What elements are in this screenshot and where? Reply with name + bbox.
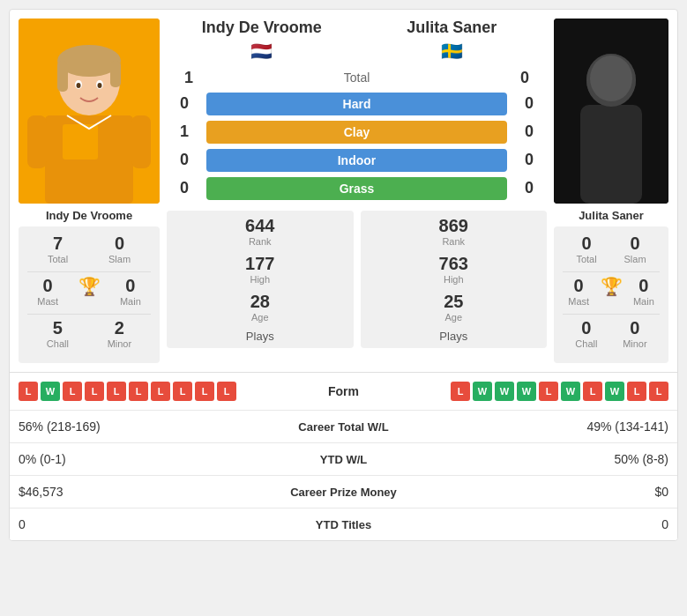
surface-left-indoor: 0: [171, 151, 198, 169]
career-stat-row: $46,573 Career Prize Money $0: [10, 475, 677, 508]
right-name-header: Julita Saner: [357, 19, 548, 38]
right-main-stat: 0 Main: [633, 276, 654, 307]
left-age-detail: 28 Age: [171, 292, 349, 323]
form-badge-right: W: [605, 382, 624, 401]
form-badge-left: L: [85, 382, 104, 401]
form-badge-right: L: [451, 382, 470, 401]
form-left: LWLLLLLLLL: [19, 382, 291, 401]
form-badge-left: L: [19, 382, 38, 401]
career-stat-row: 0% (0-1) YTD W/L 50% (8-8): [10, 442, 677, 475]
surface-left-grass: 0: [171, 179, 198, 197]
form-badge-left: L: [173, 382, 192, 401]
form-badge-left: L: [63, 382, 82, 401]
form-badge-right: W: [495, 382, 514, 401]
form-badge-right: W: [473, 382, 492, 401]
left-minor-stat: 2 Minor: [108, 318, 132, 349]
career-stat-label: YTD W/L: [265, 453, 423, 466]
svg-rect-11: [27, 115, 47, 168]
surface-right-indoor: 0: [516, 151, 542, 169]
total-label: Total: [202, 71, 512, 85]
form-badge-left: L: [217, 382, 236, 401]
svg-rect-15: [580, 105, 642, 204]
svg-rect-6: [110, 61, 121, 87]
career-stat-label: YTD Titles: [265, 518, 423, 531]
career-stat-label: Career Total W/L: [265, 420, 423, 434]
right-slam-stat: 0 Slam: [624, 234, 646, 264]
surface-left-hard: 0: [171, 94, 198, 113]
surface-row-clay: 1 Clay 0: [167, 121, 547, 144]
left-main-stat: 0 Main: [120, 276, 141, 307]
left-flag: 🇳🇱: [167, 41, 357, 62]
total-right-score: 0: [512, 69, 538, 87]
career-stat-right: 50% (8-8): [423, 452, 669, 466]
surface-left-clay: 1: [171, 122, 198, 141]
svg-point-9: [77, 83, 81, 88]
right-stats-panel: 0 Total 0 Slam 0 Mast 🏆: [554, 226, 668, 363]
career-stat-row: 56% (218-169) Career Total W/L 49% (134-…: [10, 410, 677, 442]
form-badge-right: W: [517, 382, 536, 401]
svg-rect-12: [131, 115, 151, 168]
right-chall-stat: 0 Chall: [575, 318, 597, 349]
career-stat-row: 0 YTD Titles 0: [10, 508, 677, 540]
left-player-photo: [19, 19, 160, 204]
right-player-area: Julita Saner 0 Total 0 Slam: [554, 19, 668, 363]
surface-right-hard: 0: [516, 94, 542, 113]
right-minor-stat: 0 Minor: [623, 318, 647, 349]
svg-rect-5: [57, 61, 68, 92]
surface-badge-hard: Hard: [206, 93, 507, 115]
right-mast-stat: 0 Mast: [568, 276, 589, 307]
surface-row-grass: 0 Grass 0: [167, 177, 547, 200]
form-badge-left: L: [151, 382, 170, 401]
left-player-area: Indy De Vroome 7 Total 0 Slam: [19, 19, 160, 363]
career-stat-left: 0: [19, 517, 265, 531]
left-chall-stat: 5 Chall: [47, 318, 69, 349]
right-total-stat: 0 Total: [576, 234, 596, 264]
surface-badge-grass: Grass: [206, 177, 507, 200]
form-badge-right: L: [649, 382, 668, 401]
right-plays-label: Plays: [365, 330, 543, 343]
form-badge-right: L: [583, 382, 602, 401]
right-age-detail: 25 Age: [365, 292, 543, 323]
right-player-name: Julita Saner: [579, 209, 644, 222]
left-plays-label: Plays: [171, 330, 349, 343]
career-stat-left: 56% (218-169): [19, 419, 265, 434]
form-badge-left: L: [107, 382, 126, 401]
left-high-detail: 177 High: [171, 254, 349, 285]
total-row: 1 Total 0: [167, 67, 547, 89]
svg-rect-2: [63, 124, 98, 160]
left-name-header: Indy De Vroome: [167, 19, 357, 38]
svg-point-17: [590, 56, 632, 101]
left-total-stat: 7 Total: [48, 234, 68, 264]
career-stat-right: 49% (134-141): [423, 419, 669, 434]
surface-badge-indoor: Indoor: [206, 149, 507, 172]
svg-point-10: [98, 83, 102, 88]
career-stats: 56% (218-169) Career Total W/L 49% (134-…: [10, 410, 677, 540]
right-trophy-icon: 🏆: [601, 276, 623, 307]
form-badge-left: L: [195, 382, 214, 401]
form-badge-left: L: [129, 382, 148, 401]
career-stat-label: Career Prize Money: [265, 486, 423, 499]
form-badge-right: L: [627, 382, 646, 401]
career-stat-left: $46,573: [19, 485, 265, 499]
right-detail-panel: 869 Rank 763 High 25 Age Plays: [361, 211, 548, 348]
left-rank-detail: 644 Rank: [171, 216, 349, 247]
total-left-score: 1: [175, 69, 202, 87]
form-badge-left: W: [41, 382, 60, 401]
center-area: Indy De Vroome 🇳🇱 Julita Saner 🇸🇪 1 Tota…: [167, 19, 547, 363]
left-mast-stat: 0 Mast: [37, 276, 58, 307]
form-label: Form: [291, 384, 397, 398]
surface-right-grass: 0: [516, 179, 542, 197]
career-stat-left: 0% (0-1): [19, 452, 265, 466]
surface-row-hard: 0 Hard 0: [167, 93, 547, 115]
career-stat-right: $0: [423, 485, 669, 499]
right-flag: 🇸🇪: [357, 41, 548, 62]
left-detail-panel: 644 Rank 177 High 28 Age Plays: [167, 211, 354, 348]
left-slam-stat: 0 Slam: [108, 234, 131, 264]
surface-right-clay: 0: [516, 122, 542, 141]
left-player-name: Indy De Vroome: [19, 209, 160, 222]
right-player-photo: [554, 19, 668, 204]
left-trophy-icon: 🏆: [78, 276, 101, 307]
right-high-detail: 763 High: [365, 254, 543, 285]
career-stat-right: 0: [423, 517, 669, 531]
surface-badge-clay: Clay: [206, 121, 507, 144]
